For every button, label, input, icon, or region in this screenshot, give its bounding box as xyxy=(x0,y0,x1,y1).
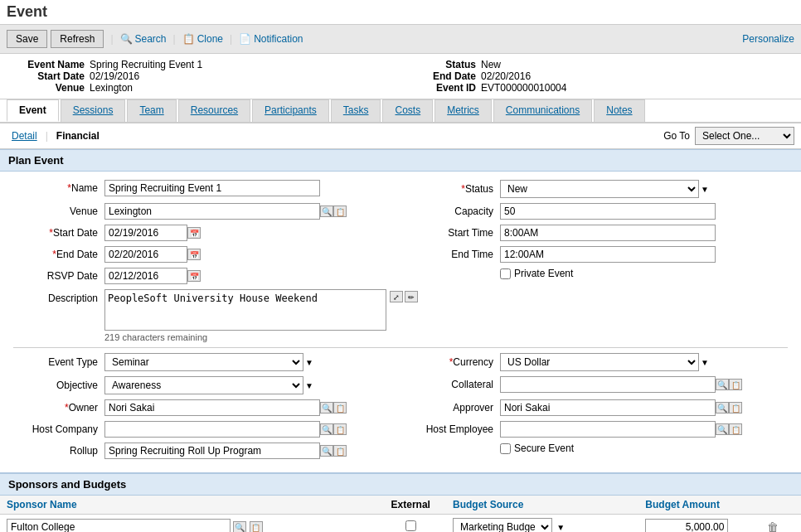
sponsor-detail-icon[interactable]: 📋 xyxy=(250,521,263,532)
capacity-label: Capacity xyxy=(409,206,500,217)
end-date-label: End Date xyxy=(401,70,476,82)
currency-label: *Currency xyxy=(409,356,500,368)
edit-icon[interactable]: ✏ xyxy=(405,291,418,302)
expand-icon[interactable]: ⤢ xyxy=(390,291,403,302)
rsvp-date-cal-icon[interactable]: 📅 xyxy=(187,270,201,282)
secure-event-label: Secure Event xyxy=(514,443,574,454)
owner-input[interactable] xyxy=(104,399,320,416)
budget-source-arrow: ▼ xyxy=(556,523,565,532)
search-link[interactable]: 🔍 Search xyxy=(120,33,167,45)
sponsor-name-input[interactable] xyxy=(7,519,231,532)
toolbar: Save Refresh | 🔍 Search | 📋 Clone | 📄 No… xyxy=(0,25,801,54)
approver-detail-icon[interactable]: 📋 xyxy=(729,402,742,414)
name-input[interactable] xyxy=(104,180,320,196)
event-id-value: EVT000000010004 xyxy=(481,82,566,94)
tab-metrics[interactable]: Metrics xyxy=(434,99,492,122)
venue-input[interactable] xyxy=(104,203,320,220)
delete-sponsor-button[interactable]: 🗑 xyxy=(767,520,779,532)
subtab-financial[interactable]: Financial xyxy=(51,128,104,143)
private-event-label: Private Event xyxy=(514,268,573,279)
event-info-panel: Event Name Spring Recruiting Event 1 Sta… xyxy=(0,54,801,99)
page-title: Event xyxy=(0,0,801,25)
tab-notes[interactable]: Notes xyxy=(594,99,644,122)
col-budget-amount-header: Budget Amount xyxy=(638,496,760,515)
subtab-detail[interactable]: Detail xyxy=(7,128,42,143)
objective-label: Objective xyxy=(13,380,104,391)
save-button[interactable]: Save xyxy=(7,30,47,48)
start-date-cal-icon[interactable]: 📅 xyxy=(187,227,201,239)
status-value: New xyxy=(481,59,501,70)
event-id-label: Event ID xyxy=(401,82,476,94)
objective-select[interactable]: Awareness xyxy=(104,376,303,394)
host-company-input[interactable] xyxy=(104,421,320,438)
notification-link[interactable]: 📄 Notification xyxy=(239,33,303,45)
name-label: *Name xyxy=(13,182,104,194)
end-date-cal-icon[interactable]: 📅 xyxy=(187,249,201,260)
collateral-detail-icon[interactable]: 📋 xyxy=(729,379,742,390)
host-employee-detail-icon[interactable]: 📋 xyxy=(729,423,742,435)
sponsors-header: Sponsors and Budgets xyxy=(0,474,801,496)
clone-link[interactable]: 📋 Clone xyxy=(182,33,223,45)
tab-resources[interactable]: Resources xyxy=(178,99,250,122)
rollup-label: Rollup xyxy=(13,445,104,457)
owner-detail-icon[interactable]: 📋 xyxy=(333,402,347,414)
chars-remaining: 219 characters remaining xyxy=(104,332,418,342)
tab-sessions[interactable]: Sessions xyxy=(61,99,126,122)
tab-participants[interactable]: Participants xyxy=(252,99,329,122)
rsvp-date-label: RSVP Date xyxy=(13,270,104,282)
host-company-label: Host Company xyxy=(13,423,104,435)
status-select[interactable]: New xyxy=(500,180,699,198)
plan-event-section: Plan Event *Name *Status New ▼ Venue 🔍 📋 xyxy=(0,149,801,472)
col-external-header: External xyxy=(375,496,446,515)
rollup-input[interactable] xyxy=(104,443,320,459)
tab-tasks[interactable]: Tasks xyxy=(331,99,381,122)
event-name-value: Spring Recruiting Event 1 xyxy=(90,59,202,70)
description-textarea[interactable]: PeopleSoft University House Weekend xyxy=(104,289,386,331)
refresh-button[interactable]: Refresh xyxy=(51,30,104,48)
venue-lookup-icon[interactable]: 🔍 xyxy=(320,206,333,217)
end-date-input[interactable] xyxy=(104,246,187,263)
tab-communications[interactable]: Communications xyxy=(493,99,592,122)
goto-label: Go To xyxy=(663,130,690,142)
capacity-input[interactable] xyxy=(500,203,716,220)
approver-label: Approver xyxy=(409,402,500,414)
venue-detail-icon[interactable]: 📋 xyxy=(333,206,347,217)
budget-amount-input[interactable] xyxy=(645,519,728,532)
approver-lookup-icon[interactable]: 🔍 xyxy=(716,402,729,414)
event-type-select[interactable]: Seminar xyxy=(104,353,303,371)
start-date-input[interactable] xyxy=(104,225,187,241)
start-time-input[interactable] xyxy=(500,225,716,241)
currency-arrow: ▼ xyxy=(701,358,709,367)
private-event-checkbox[interactable] xyxy=(500,268,511,279)
start-date-label-form: *Start Date xyxy=(13,227,104,239)
end-date-label-form: *End Date xyxy=(13,249,104,260)
secure-event-checkbox[interactable] xyxy=(500,443,511,454)
tab-event[interactable]: Event xyxy=(7,99,59,122)
description-label: Description xyxy=(13,293,104,304)
owner-lookup-icon[interactable]: 🔍 xyxy=(320,402,333,414)
rollup-detail-icon[interactable]: 📋 xyxy=(333,445,347,457)
tab-costs[interactable]: Costs xyxy=(382,99,433,122)
external-checkbox[interactable] xyxy=(405,520,416,531)
personalize-link[interactable]: Personalize xyxy=(742,33,794,45)
rollup-lookup-icon[interactable]: 🔍 xyxy=(320,445,333,457)
approver-input[interactable] xyxy=(500,399,716,416)
host-company-detail-icon[interactable]: 📋 xyxy=(333,423,347,435)
plan-event-header: Plan Event xyxy=(0,149,801,172)
host-company-lookup-icon[interactable]: 🔍 xyxy=(320,423,333,435)
collateral-input[interactable] xyxy=(500,376,716,393)
collateral-lookup-icon[interactable]: 🔍 xyxy=(716,379,729,390)
sponsors-section: Sponsors and Budgets Sponsor Name Extern… xyxy=(0,472,801,532)
host-employee-input[interactable] xyxy=(500,421,716,438)
rsvp-date-input[interactable] xyxy=(104,268,187,284)
currency-select[interactable]: US Dollar xyxy=(500,353,699,371)
sponsor-row: 🔍 📋 Marketing Budget ▼ 🗑 xyxy=(0,515,801,533)
sponsors-table: Sponsor Name External Budget Source Budg… xyxy=(0,496,801,532)
end-time-input[interactable] xyxy=(500,246,716,263)
tab-team[interactable]: Team xyxy=(127,99,176,122)
budget-source-select[interactable]: Marketing Budget xyxy=(453,518,552,532)
host-employee-lookup-icon[interactable]: 🔍 xyxy=(716,423,729,435)
goto-select[interactable]: Select One... xyxy=(695,127,794,145)
sponsor-lookup-icon[interactable]: 🔍 xyxy=(233,521,246,532)
subtabs: Detail | Financial Go To Select One... xyxy=(0,123,801,149)
